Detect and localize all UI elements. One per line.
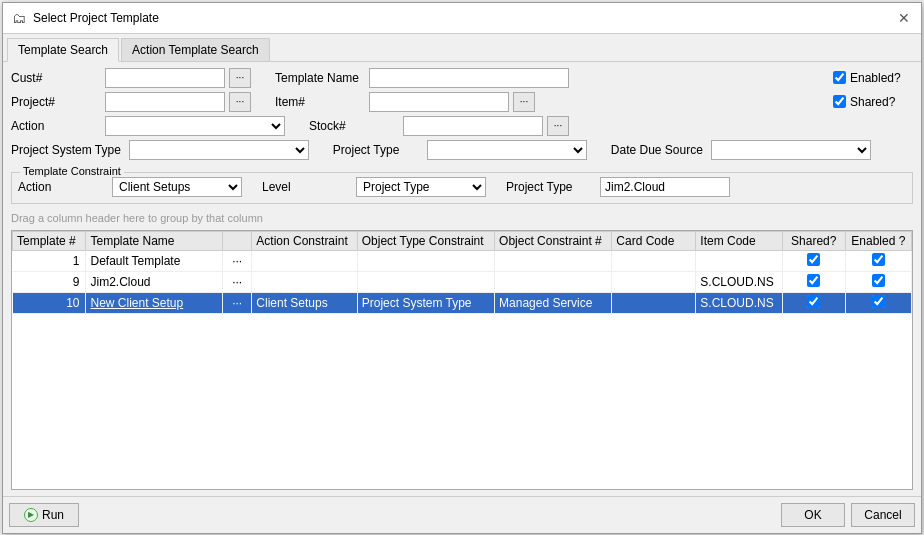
cell-action-constraint: Client Setups [252,292,357,313]
enabled-checkbox[interactable] [833,71,846,84]
cell-obj-constraint [495,271,612,292]
shared-checkbox-label: Shared? [833,95,913,109]
cell-dots[interactable]: ··· [222,292,251,313]
cell-shared[interactable] [782,271,845,292]
shared-label: Shared? [850,95,895,109]
table-row[interactable]: 1 Default Template ··· [13,250,912,271]
col-header-shared[interactable]: Shared? [782,231,845,250]
cell-obj-constraint: Managed Service [495,292,612,313]
cell-card-code [612,271,696,292]
enabled-check[interactable] [872,253,885,266]
dialog-icon: 🗂 [11,10,27,26]
item-dots-button[interactable]: ··· [513,92,535,112]
form-row-4: Project System Type Project Type Date Du… [11,140,913,160]
date-due-source-label: Date Due Source [611,143,707,157]
col-header-obj-type[interactable]: Object Type Constraint [357,231,494,250]
cell-enabled[interactable] [845,292,911,313]
close-button[interactable]: ✕ [895,9,913,27]
shared-checkbox[interactable] [833,95,846,108]
project-label: Project# [11,95,101,109]
table-row[interactable]: 9 Jim2.Cloud ··· S.CLOUD.NS [13,271,912,292]
stock-dots-button[interactable]: ··· [547,116,569,136]
cell-action-constraint [252,271,357,292]
col-header-obj-constraint[interactable]: Object Constraint # [495,231,612,250]
template-name-input[interactable] [369,68,569,88]
cell-template-name: Jim2.Cloud [86,271,222,292]
cell-card-code [612,292,696,313]
results-table: Template # Template Name Action Constrai… [12,231,912,314]
cust-label: Cust# [11,71,101,85]
action-select[interactable] [105,116,285,136]
shared-check[interactable] [807,295,820,308]
tc-action-select[interactable]: Client Setups [112,177,242,197]
cell-shared[interactable] [782,292,845,313]
col-header-template-name[interactable]: Template Name [86,231,222,250]
cell-dots[interactable]: ··· [222,250,251,271]
enabled-checkbox-label: Enabled? [833,71,913,85]
project-input[interactable] [105,92,225,112]
project-dots-button[interactable]: ··· [229,92,251,112]
cell-template-num: 9 [13,271,86,292]
col-header-enabled[interactable]: Enabled ? [845,231,911,250]
cell-obj-type: Project System Type [357,292,494,313]
tc-project-type-input[interactable] [600,177,730,197]
cust-input[interactable] [105,68,225,88]
cell-obj-constraint [495,250,612,271]
col-header-dots [222,231,251,250]
item-input[interactable] [369,92,509,112]
results-table-container: Template # Template Name Action Constrai… [11,230,913,490]
col-header-action[interactable]: Action Constraint [252,231,357,250]
ok-button[interactable]: OK [781,503,845,527]
form-row-1: Cust# ··· Template Name Enabled? [11,68,913,88]
tc-level-label: Level [262,180,352,194]
col-header-template-num[interactable]: Template # [13,231,86,250]
stock-label: Stock# [309,119,399,133]
cell-template-num: 1 [13,250,86,271]
cust-dots-button[interactable]: ··· [229,68,251,88]
cell-enabled[interactable] [845,250,911,271]
cell-template-num: 10 [13,292,86,313]
run-icon: ▶ [24,508,38,522]
tab-template-search[interactable]: Template Search [7,38,119,62]
enabled-check[interactable] [872,295,885,308]
enabled-label: Enabled? [850,71,901,85]
col-header-item-code[interactable]: Item Code [696,231,782,250]
cell-dots[interactable]: ··· [222,271,251,292]
cancel-button[interactable]: Cancel [851,503,915,527]
tc-action-label: Action [18,180,108,194]
tab-bar: Template Search Action Template Search [3,34,921,62]
shared-check[interactable] [807,274,820,287]
run-label: Run [42,508,64,522]
cell-template-name: Default Template [86,250,222,271]
dialog-title: Select Project Template [33,11,159,25]
project-type-select[interactable] [427,140,587,160]
cell-item-code: S.CLOUD.NS [696,271,782,292]
shared-check[interactable] [807,253,820,266]
col-header-card-code[interactable]: Card Code [612,231,696,250]
template-name-label: Template Name [275,71,365,85]
tc-level-select[interactable]: Project Type [356,177,486,197]
cell-template-name: New Client Setup [86,292,222,313]
group-box-title: Template Constraint [20,165,124,177]
cell-item-code: S.CLOUD.NS [696,292,782,313]
cell-item-code [696,250,782,271]
template-constraint-group: Template Constraint Action Client Setups… [11,172,913,204]
item-label: Item# [275,95,365,109]
cell-card-code [612,250,696,271]
constraint-row: Action Client Setups Level Project Type … [18,177,906,197]
cell-shared[interactable] [782,250,845,271]
stock-input[interactable] [403,116,543,136]
table-row[interactable]: 10 New Client Setup ··· Client Setups Pr… [13,292,912,313]
date-due-source-select[interactable] [711,140,871,160]
drag-hint: Drag a column header here to group by th… [11,208,913,226]
table-header-row: Template # Template Name Action Constrai… [13,231,912,250]
cell-enabled[interactable] [845,271,911,292]
cell-obj-type [357,271,494,292]
tab-action-template-search[interactable]: Action Template Search [121,38,270,61]
cell-action-constraint [252,250,357,271]
form-section: Cust# ··· Template Name Enabled? Project… [11,68,913,164]
enabled-check[interactable] [872,274,885,287]
run-button[interactable]: ▶ Run [9,503,79,527]
form-row-2: Project# ··· Item# ··· Shared? [11,92,913,112]
project-system-type-select[interactable] [129,140,309,160]
